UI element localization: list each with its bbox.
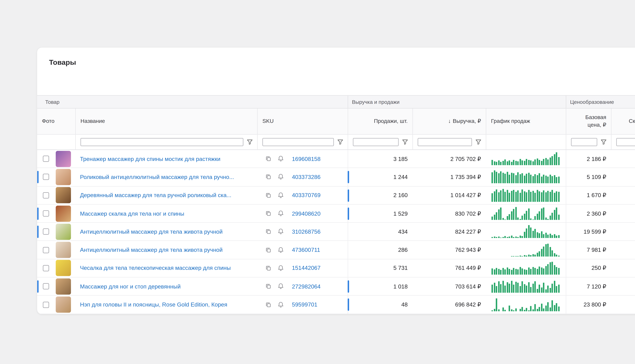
- bell-icon[interactable]: [277, 155, 284, 162]
- sales-filter-icon[interactable]: [402, 139, 408, 145]
- product-name-link[interactable]: Массажер скалка для тела ног и спины: [80, 210, 184, 217]
- product-thumbnail[interactable]: [56, 242, 71, 258]
- table-body: Тренажер массажер для спины мостик для р…: [37, 150, 635, 314]
- product-name-link[interactable]: Чесалка для тела телескопическая массаже…: [80, 265, 231, 272]
- row-checkbox[interactable]: [43, 265, 49, 271]
- sales-cell: 5 731: [348, 259, 412, 277]
- bell-icon[interactable]: [277, 301, 284, 308]
- copy-icon[interactable]: [265, 192, 272, 199]
- copy-icon[interactable]: [265, 210, 272, 217]
- copy-icon[interactable]: [265, 246, 272, 254]
- bell-icon[interactable]: [277, 283, 284, 290]
- product-thumbnail[interactable]: [56, 224, 71, 240]
- copy-icon[interactable]: [265, 264, 272, 272]
- revenue-filter-input[interactable]: [418, 138, 472, 146]
- base-price-filter-icon[interactable]: [600, 139, 607, 145]
- row-checkbox[interactable]: [43, 283, 49, 290]
- product-name-link[interactable]: Роликовый антицеллюлитный массажер для т…: [80, 174, 234, 180]
- sku-filter-input[interactable]: [262, 138, 334, 146]
- product-name-link[interactable]: Массажер для ног и стоп деревянный: [80, 283, 181, 290]
- sku-link[interactable]: 310268756: [292, 228, 321, 235]
- column-header-photo: Фото: [37, 108, 75, 134]
- row-checkbox[interactable]: [43, 302, 49, 308]
- name-filter-input[interactable]: [81, 138, 243, 146]
- table-row: Чесалка для тела телескопическая массаже…: [37, 259, 635, 278]
- column-header-chart: График продаж: [486, 108, 566, 134]
- column-header-sku[interactable]: SKU: [257, 108, 348, 134]
- sku-link[interactable]: 403373286: [292, 174, 321, 180]
- product-thumbnail[interactable]: [56, 278, 71, 294]
- discount-cell: 78%: [611, 204, 635, 222]
- product-name-link[interactable]: Антицеллюлитный массажер для тела живота…: [80, 228, 223, 235]
- sku-filter-cell: [257, 135, 348, 150]
- copy-icon[interactable]: [265, 174, 272, 180]
- row-accent-bar: [37, 280, 39, 293]
- group-revenue-sales: Выручка и продажи: [348, 96, 566, 108]
- sku-link[interactable]: 151442067: [292, 265, 321, 272]
- base-price-filter-input[interactable]: [571, 138, 597, 146]
- product-thumbnail[interactable]: [56, 296, 71, 313]
- sku-cell: 299408620: [257, 204, 348, 222]
- column-header-discount[interactable]: Скидка, %: [611, 108, 635, 134]
- sku-cell: 403373286: [257, 168, 348, 186]
- revenue-filter-icon[interactable]: [475, 139, 482, 145]
- revenue-value: 1 014 427 ₽: [450, 192, 481, 199]
- product-thumbnail[interactable]: [56, 260, 71, 276]
- product-name-link[interactable]: Антицеллюлитный массажер для тела живота…: [80, 246, 223, 253]
- copy-icon[interactable]: [265, 301, 272, 308]
- row-checkbox[interactable]: [43, 174, 49, 180]
- chart-cell: [486, 223, 566, 241]
- discount-filter-input[interactable]: [616, 138, 635, 146]
- sales-filter-input[interactable]: [353, 138, 399, 146]
- product-thumbnail[interactable]: [56, 151, 71, 167]
- product-name-link[interactable]: Деревянный массажер для тела ручной роли…: [80, 192, 231, 199]
- column-header-revenue[interactable]: ↓ Выручка, ₽: [412, 108, 486, 134]
- product-name-link[interactable]: Тренажер массажер для спины мостик для р…: [80, 156, 221, 162]
- sort-desc-icon: ↓: [448, 118, 451, 125]
- sku-filter-icon[interactable]: [337, 139, 343, 145]
- sales-cell: 434: [348, 223, 412, 241]
- name-cell: Массажер для ног и стоп деревянный: [75, 278, 257, 295]
- sku-link[interactable]: 272982064: [292, 283, 321, 290]
- sku-link[interactable]: 169608158: [292, 156, 321, 162]
- copy-icon[interactable]: [265, 228, 272, 235]
- photo-cell: [37, 296, 75, 314]
- row-checkbox[interactable]: [43, 156, 49, 162]
- name-cell: Деревянный массажер для тела ручной роли…: [75, 186, 257, 204]
- copy-icon[interactable]: [265, 283, 272, 290]
- revenue-cell: 696 842 ₽: [412, 296, 486, 314]
- sales-accent-bar: [348, 299, 349, 311]
- name-filter-icon[interactable]: [247, 139, 253, 145]
- column-header-base-price[interactable]: Базовая цена, ₽: [566, 108, 611, 134]
- sku-link[interactable]: 299408620: [292, 210, 321, 217]
- copy-icon[interactable]: [265, 155, 272, 162]
- bell-icon[interactable]: [277, 192, 284, 199]
- sku-cell: 151442067: [257, 259, 348, 277]
- product-thumbnail[interactable]: [56, 169, 71, 185]
- group-product: Товар: [37, 96, 348, 108]
- row-checkbox[interactable]: [43, 247, 49, 253]
- photo-cell: [37, 259, 75, 277]
- sku-link[interactable]: 403370769: [292, 192, 321, 199]
- name-cell: Массажер скалка для тела ног и спины: [75, 204, 257, 222]
- column-header-sales[interactable]: Продажи, шт.: [348, 108, 412, 134]
- product-thumbnail[interactable]: [56, 205, 71, 222]
- discount-cell: 39%: [611, 296, 635, 314]
- filter-row: [37, 135, 635, 150]
- row-checkbox[interactable]: [43, 228, 49, 235]
- bell-icon[interactable]: [277, 264, 284, 272]
- sku-link[interactable]: 59599701: [292, 301, 317, 308]
- product-thumbnail[interactable]: [56, 187, 71, 204]
- row-checkbox[interactable]: [43, 210, 49, 217]
- sku-link[interactable]: 473600711: [292, 246, 320, 253]
- bell-icon[interactable]: [277, 228, 284, 235]
- row-checkbox[interactable]: [43, 192, 49, 198]
- row-accent-bar: [37, 226, 39, 238]
- column-header-name[interactable]: Название: [75, 108, 257, 134]
- bell-icon[interactable]: [277, 246, 284, 254]
- bell-icon[interactable]: [277, 174, 284, 180]
- bell-icon[interactable]: [277, 210, 284, 217]
- products-card: Товары ? Товар Выручка и продажи Ценообр…: [37, 48, 635, 314]
- product-name-link[interactable]: Нэп для головы II и поясницы, Rose Gold …: [80, 301, 227, 308]
- discount-cell: 71%: [611, 168, 635, 186]
